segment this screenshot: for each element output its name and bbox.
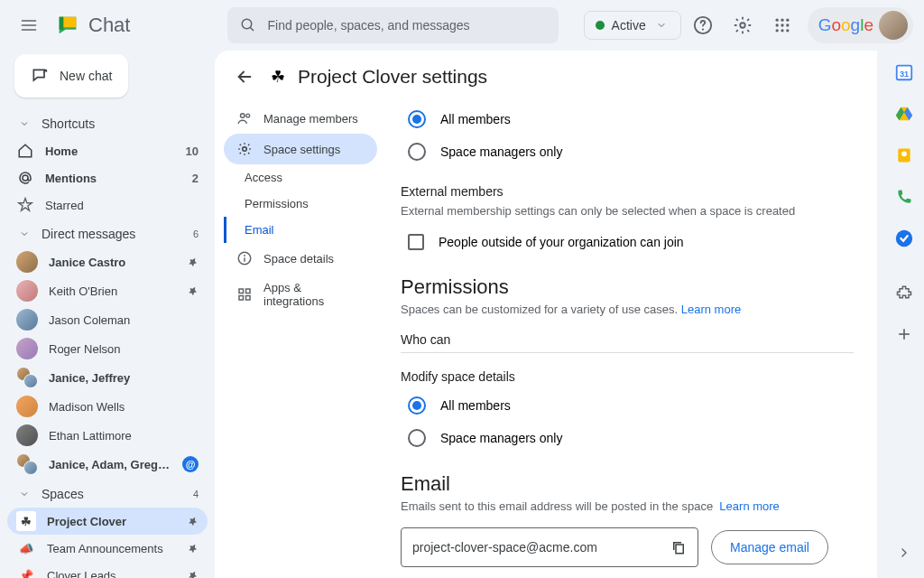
sidebar-mentions[interactable]: Mentions 2 <box>7 164 208 191</box>
search-input[interactable] <box>267 18 545 33</box>
svg-point-19 <box>243 147 247 152</box>
radio-modify-all[interactable] <box>408 396 426 415</box>
svg-point-15 <box>786 29 789 32</box>
radio-modify-managers[interactable] <box>408 429 426 447</box>
radio-managers-only[interactable] <box>408 143 426 161</box>
drive-app-icon[interactable] <box>893 103 915 125</box>
search-icon <box>240 17 256 33</box>
svg-point-16 <box>23 175 28 181</box>
external-members-desc: External membership settings can only be… <box>401 204 854 218</box>
dm-header[interactable]: Direct messages 6 <box>7 220 208 247</box>
svg-rect-24 <box>246 289 251 294</box>
extensions-icon[interactable] <box>893 282 915 303</box>
calendar-app-icon[interactable]: 31 <box>893 61 915 83</box>
add-app-icon[interactable] <box>893 323 915 345</box>
tasks-app-icon[interactable] <box>893 228 915 249</box>
avatar <box>16 396 38 417</box>
avatar <box>16 338 38 359</box>
user-avatar <box>879 11 908 40</box>
space-project-clover[interactable]: ☘Project Clover <box>7 508 208 535</box>
star-icon <box>16 196 34 214</box>
nav-access[interactable]: Access <box>224 164 377 191</box>
pin-icon <box>187 543 199 555</box>
chevron-down-icon <box>653 17 670 33</box>
new-chat-button[interactable]: New chat <box>14 54 128 98</box>
dm-item[interactable]: Janice Castro <box>7 247 208 276</box>
app-logo: Chat <box>54 12 130 39</box>
permissions-desc: Spaces can be customized for a variety o… <box>401 303 854 316</box>
svg-point-10 <box>775 23 778 26</box>
shortcuts-header[interactable]: Shortcuts <box>7 110 208 137</box>
learn-more-link[interactable]: Learn more <box>681 303 741 316</box>
svg-point-22 <box>244 255 245 256</box>
chevron-down-icon <box>16 116 32 132</box>
external-join-checkbox[interactable] <box>408 234 424 250</box>
sidebar-home[interactable]: Home 10 <box>7 137 208 164</box>
dm-item[interactable]: Janice, Jeffrey <box>7 363 208 392</box>
status-label: Active <box>612 18 646 33</box>
email-address-field[interactable]: project-clover-space@acme.com <box>401 527 698 567</box>
avatar <box>16 424 38 446</box>
main-menu-button[interactable] <box>11 7 47 43</box>
pushpin-icon: 📌 <box>16 565 36 578</box>
at-icon <box>16 169 34 187</box>
account-button[interactable]: Google <box>808 7 913 43</box>
svg-rect-0 <box>61 17 76 28</box>
nav-permissions[interactable]: Permissions <box>224 191 377 217</box>
app-name: Chat <box>88 14 130 37</box>
apps-grid-button[interactable] <box>764 7 800 43</box>
help-button[interactable] <box>685 7 721 43</box>
spaces-header[interactable]: Spaces 4 <box>7 480 208 508</box>
sidebar-starred[interactable]: Starred <box>7 191 208 219</box>
status-dot-icon <box>596 21 605 30</box>
svg-point-12 <box>786 23 789 26</box>
back-button[interactable] <box>231 63 258 90</box>
svg-rect-1 <box>60 17 64 30</box>
search-bar[interactable] <box>227 7 558 43</box>
manage-email-button[interactable]: Manage email <box>711 530 828 564</box>
nav-space-settings[interactable]: Space settings <box>224 134 377 164</box>
svg-point-8 <box>781 19 783 22</box>
pin-icon <box>187 570 199 579</box>
dm-item[interactable]: Ethan Lattimore <box>7 421 208 450</box>
learn-more-link[interactable]: Learn more <box>719 499 779 513</box>
copy-icon[interactable] <box>670 539 687 555</box>
dm-item[interactable]: Roger Nelson <box>7 334 208 363</box>
phone-app-icon[interactable] <box>893 186 915 208</box>
space-item[interactable]: 📣Team Announcements <box>7 535 208 562</box>
permissions-title: Permissions <box>401 275 854 299</box>
gear-icon <box>236 141 253 157</box>
home-icon <box>16 142 34 160</box>
radio-all-members[interactable] <box>408 110 426 128</box>
new-chat-label: New chat <box>60 69 112 83</box>
avatar <box>16 309 38 331</box>
nav-apps[interactable]: Apps & integrations <box>224 274 377 315</box>
group-avatar <box>16 367 38 388</box>
group-avatar <box>16 453 38 475</box>
svg-point-13 <box>775 29 778 32</box>
clover-icon: ☘ <box>271 67 285 87</box>
keep-app-icon[interactable] <box>893 144 915 166</box>
google-logo: Google <box>818 15 873 35</box>
svg-text:31: 31 <box>900 70 909 79</box>
nav-manage-members[interactable]: Manage members <box>224 103 377 134</box>
svg-point-11 <box>781 23 783 26</box>
status-selector[interactable]: Active <box>584 11 681 40</box>
pin-icon <box>187 285 199 297</box>
dm-item[interactable]: Keith O'Brien <box>7 276 208 305</box>
chevron-down-icon <box>16 226 32 242</box>
radio-label: All members <box>440 398 511 413</box>
dm-item[interactable]: Madison Wells <box>7 392 208 421</box>
space-item[interactable]: 📌Clover Leads <box>7 562 208 578</box>
dm-item[interactable]: Jason Coleman <box>7 305 208 334</box>
settings-button[interactable] <box>725 7 761 43</box>
dm-item[interactable]: Janice, Adam, Gregory, Jose...@ <box>7 450 208 479</box>
modify-details-heading: Modify space details <box>401 369 854 384</box>
collapse-rail-button[interactable] <box>893 542 915 564</box>
external-members-heading: External members <box>401 184 854 199</box>
nav-space-details[interactable]: Space details <box>224 243 377 274</box>
nav-email[interactable]: Email <box>224 217 377 243</box>
email-desc: Emails sent to this email address will b… <box>401 499 854 513</box>
people-icon <box>236 110 253 126</box>
who-can-heading: Who can <box>401 332 854 347</box>
